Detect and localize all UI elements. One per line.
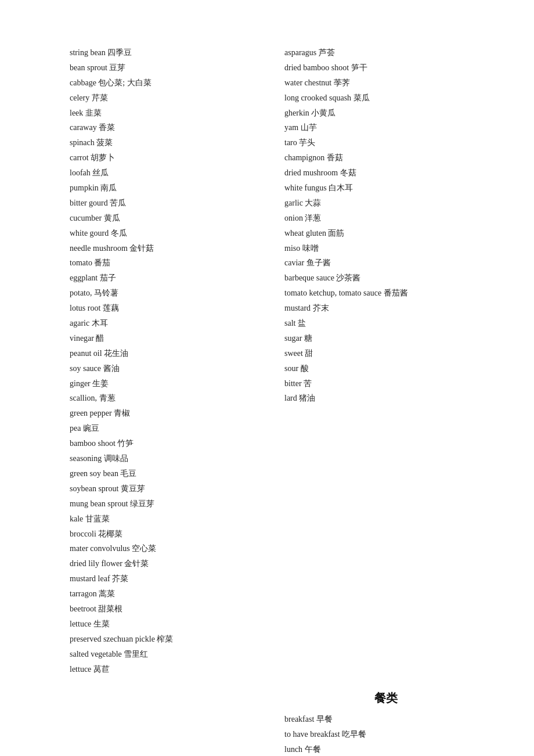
list-item: seasoning 调味品 bbox=[70, 451, 284, 466]
list-item: bitter 苦 bbox=[284, 376, 488, 391]
list-item: asparagus 芦荟 bbox=[284, 45, 488, 60]
list-item: water chestnut 荸荠 bbox=[284, 75, 488, 91]
list-item: tarragon 蒿菜 bbox=[70, 586, 284, 602]
list-item: celery 芹菜 bbox=[70, 91, 284, 106]
list-item: garlic 大蒜 bbox=[284, 196, 488, 211]
list-item: bitter gourd 苦瓜 bbox=[70, 196, 284, 211]
list-item: tomato 番茄 bbox=[70, 255, 284, 271]
list-item: salted vegetable 雪里红 bbox=[70, 647, 284, 662]
list-item: beetroot 甜菜根 bbox=[70, 602, 284, 617]
list-item: onion 洋葱 bbox=[284, 211, 488, 226]
list-item: mustard 芥末 bbox=[284, 301, 488, 316]
list-item: long crooked squash 菜瓜 bbox=[284, 91, 488, 106]
list-item: breakfast 早餐 bbox=[284, 712, 488, 727]
list-item: soybean sprout 黄豆芽 bbox=[70, 481, 284, 496]
list-item: barbeque sauce 沙茶酱 bbox=[284, 271, 488, 286]
list-item: sour 酸 bbox=[284, 361, 488, 376]
list-item: preserved szechuan pickle 榨菜 bbox=[70, 632, 284, 647]
list-item: lotus root 莲藕 bbox=[70, 301, 284, 316]
list-item: loofah 丝瓜 bbox=[70, 165, 284, 181]
list-item: pea 豌豆 bbox=[70, 421, 284, 436]
list-item: bamboo shoot 竹笋 bbox=[70, 436, 284, 451]
list-item: sweet 甜 bbox=[284, 346, 488, 361]
list-item: pumpkin 南瓜 bbox=[70, 181, 284, 196]
list-item: champignon 香菇 bbox=[284, 150, 488, 165]
list-item: needle mushroom 金针菇 bbox=[70, 241, 284, 256]
list-item: broccoli 花椰菜 bbox=[70, 527, 284, 542]
list-item: peanut oil 花生油 bbox=[70, 346, 284, 361]
list-item: leek 韭菜 bbox=[70, 106, 284, 121]
list-item: soy sauce 酱油 bbox=[70, 361, 284, 376]
list-item: yam 山芋 bbox=[284, 120, 488, 135]
list-item: taro 芋头 bbox=[284, 135, 488, 150]
list-item: bean sprout 豆芽 bbox=[70, 60, 284, 75]
list-item: caraway 香菜 bbox=[70, 120, 284, 135]
list-item: carrot 胡萝卜 bbox=[70, 150, 284, 165]
list-item: mustard leaf 芥菜 bbox=[70, 571, 284, 586]
list-item: white gourd 冬瓜 bbox=[70, 226, 284, 241]
list-item: green pepper 青椒 bbox=[70, 406, 284, 421]
list-item: dried lily flower 金针菜 bbox=[70, 556, 284, 571]
list-item: mung bean sprout 绿豆芽 bbox=[70, 496, 284, 512]
list-item: to have breakfast 吃早餐 bbox=[284, 727, 488, 742]
list-item: string bean 四季豆 bbox=[70, 45, 284, 60]
right-column: asparagus 芦荟dried bamboo shoot 笋干water c… bbox=[284, 45, 488, 676]
list-item: cucumber 黄瓜 bbox=[70, 211, 284, 226]
list-item: gherkin 小黄瓜 bbox=[284, 106, 488, 121]
list-item: potato, 马铃薯 bbox=[70, 286, 284, 301]
list-item: lettuce 莴苣 bbox=[70, 662, 284, 677]
list-item: white fungus 白木耳 bbox=[284, 181, 488, 196]
list-item: sugar 糖 bbox=[284, 331, 488, 346]
list-item: agaric 木耳 bbox=[70, 316, 284, 331]
list-item: spinach 菠菜 bbox=[70, 135, 284, 150]
list-item: mater convolvulus 空心菜 bbox=[70, 541, 284, 556]
list-item: lunch 午餐 bbox=[284, 742, 488, 756]
section2-title: 餐类 bbox=[284, 690, 488, 706]
list-item: vinegar 醋 bbox=[70, 331, 284, 346]
list-item: dried bamboo shoot 笋干 bbox=[284, 60, 488, 75]
list-item: wheat gluten 面筋 bbox=[284, 226, 488, 241]
list-item: cabbage 包心菜; 大白菜 bbox=[70, 75, 284, 91]
list-item: eggplant 茄子 bbox=[70, 271, 284, 286]
list-item: lettuce 生菜 bbox=[70, 617, 284, 632]
list-item: caviar 鱼子酱 bbox=[284, 255, 488, 271]
list-item: miso 味噌 bbox=[284, 241, 488, 256]
list-item: tomato ketchup, tomato sauce 番茄酱 bbox=[284, 286, 488, 301]
list-item: dried mushroom 冬菇 bbox=[284, 165, 488, 181]
list-item: salt 盐 bbox=[284, 316, 488, 331]
list-item: ginger 生姜 bbox=[70, 376, 284, 391]
list-item: scallion, 青葱 bbox=[70, 391, 284, 406]
list-item: green soy bean 毛豆 bbox=[70, 466, 284, 481]
list-item: lard 猪油 bbox=[284, 391, 488, 406]
list-item: kale 甘蓝菜 bbox=[70, 512, 284, 527]
left-column: string bean 四季豆bean sprout 豆芽cabbage 包心菜… bbox=[70, 45, 284, 676]
